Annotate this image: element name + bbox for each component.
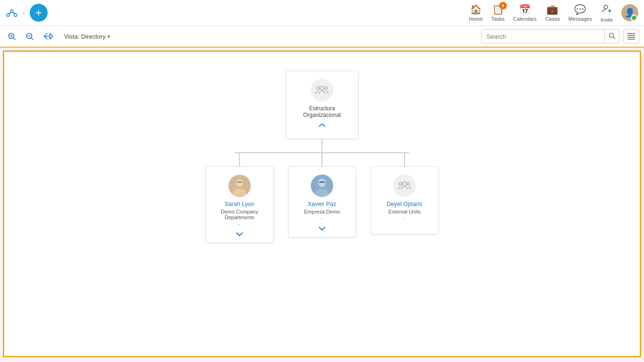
svg-point-31: [399, 182, 402, 185]
deyel-company: External Units: [388, 209, 421, 214]
cases-label: Cases: [545, 16, 560, 22]
calendars-label: Calendars: [513, 16, 537, 22]
vista-label: Vista: Directory: [64, 33, 106, 40]
vista-selector[interactable]: Vista: Directory ▾: [60, 31, 114, 42]
main-content: Estructura Organizacional: [3, 50, 641, 357]
svg-line-4: [13, 13, 16, 14]
svg-point-30: [403, 182, 406, 186]
sarah-company: Demo Company Departments: [211, 209, 269, 220]
invite-label: Invite: [601, 17, 613, 23]
root-card-name: Estructura Organizacional: [291, 105, 354, 118]
tasks-label: Tasks: [491, 16, 504, 22]
sarah-v-line: [239, 153, 240, 166]
home-icon: 🏠: [470, 4, 482, 15]
svg-point-23: [324, 87, 327, 90]
zoom-out-button[interactable]: [23, 30, 37, 42]
xavier-name: Xavier Paz: [308, 201, 336, 207]
nav-calendars[interactable]: 📅 Calendars: [513, 4, 537, 22]
root-vertical-line: [322, 139, 322, 152]
sarah-expand-btn[interactable]: [236, 229, 243, 238]
calendars-icon: 📅: [519, 4, 531, 15]
tree-icon: [6, 5, 18, 20]
svg-point-5: [604, 5, 608, 9]
xavier-company: Empresa Demo: [304, 209, 340, 214]
search-area: [481, 29, 619, 43]
home-label: Home: [469, 16, 483, 22]
xavier-dash: -: [321, 215, 323, 221]
xavier-expand-btn[interactable]: [319, 223, 325, 232]
svg-point-2: [14, 14, 17, 16]
svg-point-32: [407, 182, 410, 185]
root-collapse-btn[interactable]: [319, 120, 325, 129]
org-card-deyel[interactable]: Deyel Optaris External Units -: [371, 166, 439, 235]
xavier-v-line: [322, 153, 322, 166]
toolbar: Vista: Directory ▾: [0, 26, 644, 48]
top-navigation: › + 🏠 Home 📋 9 Tasks 📅 Calendars 💼 Cases…: [0, 0, 644, 26]
svg-point-0: [7, 14, 9, 16]
deyel-v-line: [404, 153, 405, 166]
nav-cases[interactable]: 💼 Cases: [545, 4, 560, 22]
org-card-xavier[interactable]: Xavier Paz Empresa Demo -: [288, 166, 356, 238]
child-deyel: Deyel Optaris External Units -: [371, 153, 439, 235]
root-connector: Sarah Lyon Demo Company Departments -: [206, 139, 439, 243]
sarah-name: Sarah Lyon: [224, 201, 254, 207]
cases-icon: 💼: [546, 4, 558, 15]
svg-point-1: [10, 10, 13, 13]
tasks-icon: 📋 9: [492, 4, 504, 15]
sarah-avatar: [228, 174, 251, 197]
nav-chevron-icon: ›: [23, 9, 25, 16]
org-root-card[interactable]: Estructura Organizacional: [286, 71, 359, 139]
nav-messages[interactable]: 💬 Messages: [569, 4, 592, 22]
child-sarah: Sarah Lyon Demo Company Departments -: [206, 153, 274, 243]
user-avatar[interactable]: 👤: [621, 4, 638, 21]
search-input[interactable]: [482, 33, 604, 40]
nav-invite[interactable]: Invite: [601, 3, 613, 23]
nav-tasks[interactable]: 📋 9 Tasks: [491, 4, 504, 22]
tasks-badge: 9: [499, 2, 507, 9]
search-button[interactable]: [604, 30, 619, 43]
org-card-sarah[interactable]: Sarah Lyon Demo Company Departments -: [206, 166, 274, 243]
messages-label: Messages: [569, 16, 592, 22]
zoom-in-button[interactable]: [5, 30, 19, 42]
xavier-avatar: [311, 174, 333, 197]
sarah-dash: -: [239, 221, 240, 227]
nav-home[interactable]: 🏠 Home: [469, 4, 483, 22]
svg-line-13: [32, 38, 33, 40]
nav-left: › +: [6, 4, 48, 22]
messages-icon: 💬: [574, 4, 586, 15]
org-root-level: Estructura Organizacional: [206, 71, 439, 243]
deyel-dash: -: [404, 215, 405, 221]
invite-icon: [602, 3, 612, 16]
nav-right: 🏠 Home 📋 9 Tasks 📅 Calendars 💼 Cases 💬 M…: [469, 3, 638, 23]
svg-line-9: [14, 38, 16, 40]
deyel-name: Deyel Optaris: [387, 201, 422, 207]
children-row: Sarah Lyon Demo Company Departments -: [206, 153, 439, 243]
list-view-button[interactable]: [623, 29, 639, 43]
add-button[interactable]: +: [30, 4, 48, 22]
deyel-icon-wrap: [393, 174, 416, 197]
root-icon-wrap: [311, 79, 333, 101]
back-button[interactable]: [41, 30, 57, 42]
svg-line-3: [8, 13, 11, 14]
svg-point-21: [320, 86, 324, 90]
svg-line-16: [613, 37, 615, 39]
avatar-face: 👤: [621, 4, 638, 21]
svg-point-22: [317, 87, 320, 90]
vista-dropdown-icon: ▾: [107, 33, 110, 40]
child-xavier: Xavier Paz Empresa Demo -: [288, 153, 356, 238]
org-chart: Estructura Organizacional: [4, 52, 640, 243]
